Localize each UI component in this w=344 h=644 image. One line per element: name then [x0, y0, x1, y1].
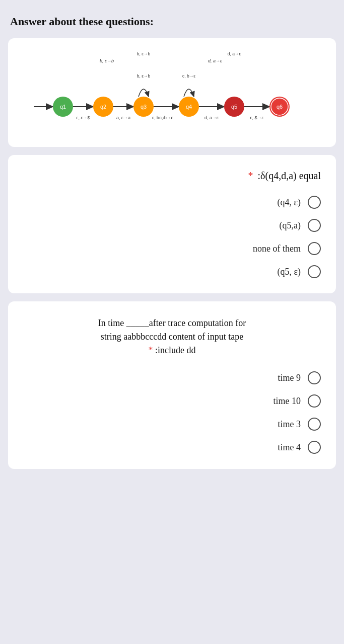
svg-text:a, ε→a: a, ε→a [116, 115, 130, 120]
option-time9-label: time 9 [278, 373, 301, 383]
radio-time3[interactable] [308, 418, 321, 431]
automaton-diagram: q1 ε, ε→$ q2 a, ε→a q3 b, ε→b c, b→ε [13, 46, 331, 137]
option-time4[interactable]: time 4 [23, 441, 321, 454]
svg-text:c, b→ε: c, b→ε [182, 73, 195, 78]
question1-card: * :δ(q4,d,a) equal (q4, ε) (q5,a) none o… [8, 155, 336, 293]
option-none-of-them[interactable]: none of them [23, 242, 321, 255]
question2-card: In time _____after trace computation for… [8, 301, 336, 469]
svg-text:b, ε→b: b, ε→b [136, 51, 150, 56]
radio-time9[interactable] [308, 371, 321, 384]
required-star-1: * [248, 170, 253, 181]
option-time4-label: time 4 [278, 442, 301, 453]
svg-text:q2: q2 [100, 104, 106, 110]
radio-q5a[interactable] [308, 219, 321, 232]
option-time10[interactable]: time 10 [23, 394, 321, 408]
svg-text:q5: q5 [231, 104, 237, 110]
header-section: Answer about these questions: [8, 10, 336, 30]
question1-body: :δ(q4,d,a) equal [258, 170, 321, 181]
option-none-of-them-label: none of them [253, 244, 301, 254]
svg-text:d, a→ε: d, a→ε [227, 51, 241, 56]
svg-text:c, b→ε: c, b→ε [152, 115, 165, 120]
svg-text:q3: q3 [140, 104, 146, 110]
radio-none-of-them[interactable] [308, 242, 321, 255]
question1-options: (q4, ε) (q5,a) none of them (q5, ε) [23, 196, 321, 278]
option-q5a-label: (q5,a) [280, 220, 301, 231]
svg-text:d, a→ε: d, a→ε [208, 58, 223, 63]
svg-text:b, ε→b: b, ε→b [136, 73, 150, 78]
question2-line2: string aabbbcccdd content of input tape [23, 330, 321, 344]
svg-text:q4: q4 [185, 104, 191, 110]
question2-options: time 9 time 10 time 3 time 4 [23, 371, 321, 454]
svg-text:b, ε→b: b, ε→b [100, 58, 114, 63]
question1-text: * :δ(q4,d,a) equal [23, 170, 321, 182]
automaton-svg: q1 ε, ε→$ q2 a, ε→a q3 b, ε→b c, b→ε [29, 46, 316, 137]
svg-text:ε, $→ε: ε, $→ε [250, 115, 263, 120]
radio-q4-epsilon[interactable] [308, 196, 321, 209]
required-star-2: * [149, 345, 153, 355]
question2-text: In time _____after trace computation for… [23, 316, 321, 357]
radio-time4[interactable] [308, 441, 321, 454]
option-q5a[interactable]: (q5,a) [23, 219, 321, 232]
option-q5-epsilon-label: (q5, ε) [277, 267, 301, 277]
svg-text:q1: q1 [59, 104, 65, 110]
automaton-diagram-card: q1 ε, ε→$ q2 a, ε→a q3 b, ε→b c, b→ε [8, 38, 336, 147]
option-q4-epsilon-label: (q4, ε) [277, 197, 301, 208]
option-time10-label: time 10 [273, 396, 301, 407]
radio-time10[interactable] [308, 394, 321, 408]
option-time3[interactable]: time 3 [23, 418, 321, 431]
option-time9[interactable]: time 9 [23, 371, 321, 384]
svg-text:q6: q6 [276, 104, 282, 110]
question2-line3: * :include dd [23, 344, 321, 357]
svg-text:ε, ε→$: ε, ε→$ [76, 115, 90, 120]
question2-line1: In time _____after trace computation for [23, 316, 321, 330]
option-q4-epsilon[interactable]: (q4, ε) [23, 196, 321, 209]
svg-text:d, a→ε: d, a→ε [204, 115, 218, 120]
option-q5-epsilon[interactable]: (q5, ε) [23, 265, 321, 278]
option-time3-label: time 3 [278, 419, 301, 430]
radio-q5-epsilon[interactable] [308, 265, 321, 278]
question2-line3-text: :include dd [155, 345, 195, 355]
page-title: Answer about these questions: [10, 15, 154, 28]
